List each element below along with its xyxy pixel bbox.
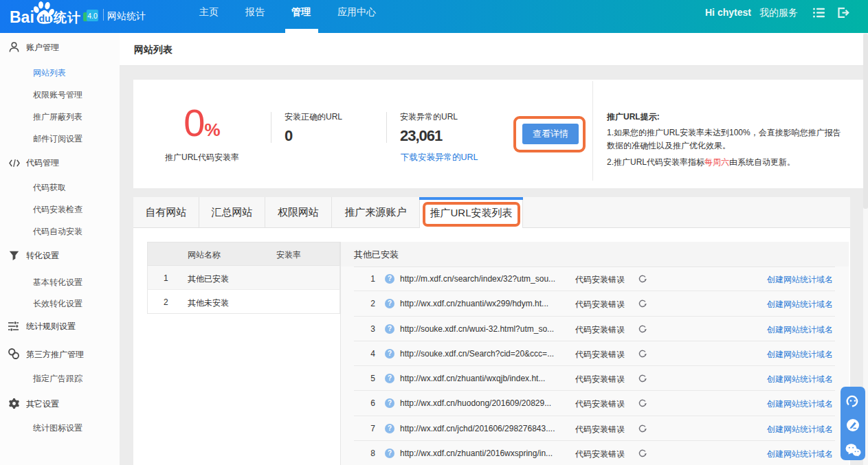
svg-text:du: du xyxy=(38,13,50,24)
svg-text:4.0: 4.0 xyxy=(87,12,98,20)
